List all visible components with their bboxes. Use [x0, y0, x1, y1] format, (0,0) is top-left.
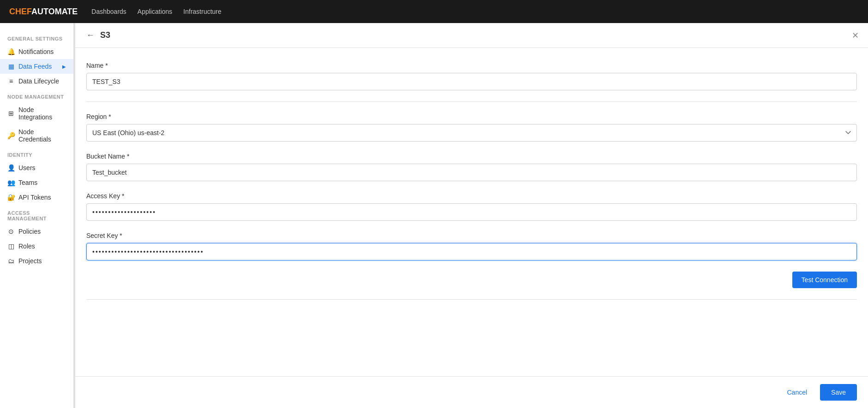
section-label-access: ACCESS MANAGEMENT	[0, 205, 73, 224]
sidebar-item-label: Notifications	[18, 48, 54, 55]
name-input[interactable]	[86, 73, 857, 90]
sidebar-item-label: Data Lifecycle	[18, 77, 59, 85]
logo-automate: AUTOMATE	[31, 7, 78, 16]
detail-panel: ← S3 ✕ Name * Region * US East (Ohio) us…	[74, 23, 868, 408]
sidebar-section-node: NODE MANAGEMENT ⊞ Node Integrations 🔑 No…	[0, 89, 73, 147]
nav-infrastructure[interactable]: Infrastructure	[183, 8, 221, 15]
sidebar-item-label: Policies	[18, 228, 41, 235]
nav-applications[interactable]: Applications	[138, 8, 173, 15]
sidebar-item-notifications[interactable]: 🔔 Notifications	[0, 44, 73, 59]
top-nav: CHEFAUTOMATE Dashboards Applications Inf…	[0, 0, 868, 23]
name-form-group: Name *	[86, 62, 857, 90]
sidebar-item-projects[interactable]: 🗂 Projects	[0, 254, 73, 268]
roles-icon: ◫	[7, 242, 15, 250]
logo-chef: CHEF	[9, 7, 31, 16]
region-select[interactable]: US East (Ohio) us-east-2 US East (N. Vir…	[86, 124, 857, 142]
sidebar-item-users[interactable]: 👤 Users	[0, 160, 73, 175]
sidebar-item-label: Node Credentials	[18, 128, 66, 143]
back-button[interactable]: ←	[86, 30, 95, 40]
nav-links: Dashboards Applications Infrastructure	[91, 8, 221, 15]
sidebar-item-label: Data Feeds	[18, 63, 52, 70]
key-icon: 🔑	[7, 132, 15, 139]
sidebar-item-api-tokens[interactable]: 🔐 API Tokens	[0, 190, 73, 205]
sidebar-item-data-feeds[interactable]: ▦ Data Feeds ▶	[0, 59, 73, 74]
sidebar-item-teams[interactable]: 👥 Teams	[0, 175, 73, 190]
detail-header: ← S3 ✕	[75, 23, 868, 48]
region-label: Region *	[86, 113, 857, 120]
section-label-general: GENERAL SETTINGS	[0, 30, 73, 44]
grid4-icon: ⊞	[7, 110, 15, 117]
detail-footer: Cancel Save	[75, 376, 868, 408]
sidebar-item-label: Roles	[18, 242, 35, 250]
cancel-button[interactable]: Cancel	[779, 385, 814, 400]
sidebar-section-access: ACCESS MANAGEMENT ⊙ Policies ◫ Roles 🗂 P…	[0, 205, 73, 268]
test-connection-row: Test Connection	[86, 272, 857, 300]
sidebar-item-label: Projects	[18, 257, 42, 265]
section-label-node: NODE MANAGEMENT	[0, 89, 73, 102]
bucket-form-group: Bucket Name *	[86, 153, 857, 181]
sidebar-item-data-lifecycle[interactable]: ≡ Data Lifecycle	[0, 74, 73, 89]
secret-key-form-group: Secret Key *	[86, 232, 857, 260]
policy-icon: ⊙	[7, 228, 15, 235]
access-key-form-group: Access Key *	[86, 192, 857, 221]
detail-title: S3	[100, 30, 110, 40]
sidebar-item-label: Teams	[18, 179, 37, 186]
lock-icon: 🔐	[7, 194, 15, 201]
user-icon: 👤	[7, 164, 15, 171]
name-label: Name *	[86, 62, 857, 69]
sidebar-item-label: API Tokens	[18, 194, 51, 201]
grid-icon: ▦	[7, 63, 15, 70]
sidebar-item-label: Users	[18, 164, 36, 171]
access-key-label: Access Key *	[86, 192, 857, 200]
sidebar-section-identity: IDENTITY 👤 Users 👥 Teams 🔐 API Tokens	[0, 147, 73, 205]
test-connection-button[interactable]: Test Connection	[792, 272, 857, 288]
detail-body: Name * Region * US East (Ohio) us-east-2…	[75, 48, 868, 376]
region-form-group: Region * US East (Ohio) us-east-2 US Eas…	[86, 113, 857, 142]
content-area: Data Feeds Disclaimer Text: We suggest n…	[74, 23, 868, 408]
sidebar: GENERAL SETTINGS 🔔 Notifications ▦ Data …	[0, 23, 74, 408]
close-button[interactable]: ✕	[852, 30, 859, 41]
bucket-label: Bucket Name *	[86, 153, 857, 160]
sidebar-item-policies[interactable]: ⊙ Policies	[0, 224, 73, 239]
bucket-input[interactable]	[86, 164, 857, 181]
access-key-input[interactable]	[86, 203, 857, 221]
save-button[interactable]: Save	[820, 384, 857, 401]
users-icon: 👥	[7, 179, 15, 186]
sidebar-item-node-integrations[interactable]: ⊞ Node Integrations	[0, 102, 73, 124]
sidebar-section-general: GENERAL SETTINGS 🔔 Notifications ▦ Data …	[0, 30, 73, 89]
sidebar-item-label: Node Integrations	[18, 106, 66, 121]
app-logo: CHEFAUTOMATE	[9, 7, 78, 17]
form-divider-1	[86, 101, 857, 102]
sidebar-item-roles[interactable]: ◫ Roles	[0, 239, 73, 254]
nav-dashboards[interactable]: Dashboards	[91, 8, 126, 15]
chevron-right-icon: ▶	[62, 64, 66, 69]
projects-icon: 🗂	[7, 257, 15, 265]
sidebar-item-node-credentials[interactable]: 🔑 Node Credentials	[0, 124, 73, 147]
main-layout: GENERAL SETTINGS 🔔 Notifications ▦ Data …	[0, 23, 868, 408]
list-icon: ≡	[7, 77, 15, 85]
bell-icon: 🔔	[7, 48, 15, 55]
secret-key-label: Secret Key *	[86, 232, 857, 239]
section-label-identity: IDENTITY	[0, 147, 73, 160]
secret-key-input[interactable]	[86, 243, 857, 260]
